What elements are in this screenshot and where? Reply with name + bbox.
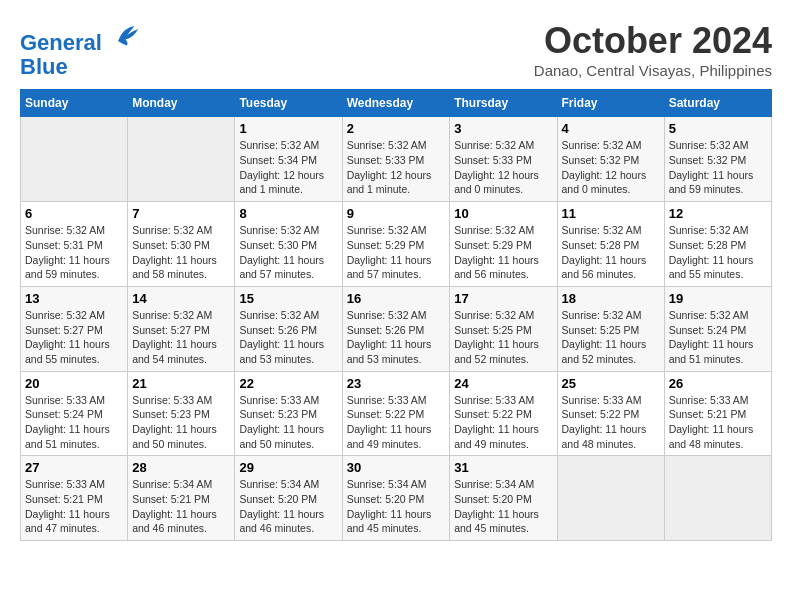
calendar-cell: 28Sunrise: 5:34 AM Sunset: 5:21 PM Dayli…	[128, 456, 235, 541]
day-info: Sunrise: 5:32 AM Sunset: 5:29 PM Dayligh…	[454, 223, 552, 282]
weekday-header: Thursday	[450, 90, 557, 117]
day-number: 23	[347, 376, 446, 391]
day-info: Sunrise: 5:33 AM Sunset: 5:21 PM Dayligh…	[25, 477, 123, 536]
day-info: Sunrise: 5:32 AM Sunset: 5:30 PM Dayligh…	[239, 223, 337, 282]
calendar-cell: 1Sunrise: 5:32 AM Sunset: 5:34 PM Daylig…	[235, 117, 342, 202]
calendar-cell: 11Sunrise: 5:32 AM Sunset: 5:28 PM Dayli…	[557, 202, 664, 287]
day-info: Sunrise: 5:32 AM Sunset: 5:34 PM Dayligh…	[239, 138, 337, 197]
day-info: Sunrise: 5:32 AM Sunset: 5:32 PM Dayligh…	[562, 138, 660, 197]
calendar-cell: 16Sunrise: 5:32 AM Sunset: 5:26 PM Dayli…	[342, 286, 450, 371]
day-info: Sunrise: 5:33 AM Sunset: 5:23 PM Dayligh…	[239, 393, 337, 452]
calendar-cell: 7Sunrise: 5:32 AM Sunset: 5:30 PM Daylig…	[128, 202, 235, 287]
calendar-cell: 21Sunrise: 5:33 AM Sunset: 5:23 PM Dayli…	[128, 371, 235, 456]
weekday-header: Saturday	[664, 90, 771, 117]
day-info: Sunrise: 5:33 AM Sunset: 5:22 PM Dayligh…	[347, 393, 446, 452]
day-info: Sunrise: 5:33 AM Sunset: 5:24 PM Dayligh…	[25, 393, 123, 452]
logo-text: General	[20, 20, 142, 55]
calendar-cell	[664, 456, 771, 541]
day-number: 20	[25, 376, 123, 391]
calendar-cell: 30Sunrise: 5:34 AM Sunset: 5:20 PM Dayli…	[342, 456, 450, 541]
calendar-cell: 18Sunrise: 5:32 AM Sunset: 5:25 PM Dayli…	[557, 286, 664, 371]
day-number: 16	[347, 291, 446, 306]
day-info: Sunrise: 5:34 AM Sunset: 5:21 PM Dayligh…	[132, 477, 230, 536]
calendar-cell: 14Sunrise: 5:32 AM Sunset: 5:27 PM Dayli…	[128, 286, 235, 371]
calendar-cell: 10Sunrise: 5:32 AM Sunset: 5:29 PM Dayli…	[450, 202, 557, 287]
calendar-cell: 2Sunrise: 5:32 AM Sunset: 5:33 PM Daylig…	[342, 117, 450, 202]
calendar-cell: 29Sunrise: 5:34 AM Sunset: 5:20 PM Dayli…	[235, 456, 342, 541]
day-info: Sunrise: 5:32 AM Sunset: 5:33 PM Dayligh…	[347, 138, 446, 197]
calendar-cell: 25Sunrise: 5:33 AM Sunset: 5:22 PM Dayli…	[557, 371, 664, 456]
calendar-cell	[21, 117, 128, 202]
day-info: Sunrise: 5:32 AM Sunset: 5:26 PM Dayligh…	[239, 308, 337, 367]
logo: General Blue	[20, 20, 142, 79]
title-block: October 2024 Danao, Central Visayas, Phi…	[534, 20, 772, 79]
day-info: Sunrise: 5:32 AM Sunset: 5:32 PM Dayligh…	[669, 138, 767, 197]
day-number: 6	[25, 206, 123, 221]
day-info: Sunrise: 5:34 AM Sunset: 5:20 PM Dayligh…	[347, 477, 446, 536]
calendar-cell: 19Sunrise: 5:32 AM Sunset: 5:24 PM Dayli…	[664, 286, 771, 371]
day-info: Sunrise: 5:33 AM Sunset: 5:23 PM Dayligh…	[132, 393, 230, 452]
day-number: 15	[239, 291, 337, 306]
day-number: 10	[454, 206, 552, 221]
day-info: Sunrise: 5:32 AM Sunset: 5:31 PM Dayligh…	[25, 223, 123, 282]
day-number: 1	[239, 121, 337, 136]
calendar-cell: 17Sunrise: 5:32 AM Sunset: 5:25 PM Dayli…	[450, 286, 557, 371]
day-number: 5	[669, 121, 767, 136]
day-info: Sunrise: 5:33 AM Sunset: 5:22 PM Dayligh…	[562, 393, 660, 452]
day-info: Sunrise: 5:33 AM Sunset: 5:21 PM Dayligh…	[669, 393, 767, 452]
day-info: Sunrise: 5:34 AM Sunset: 5:20 PM Dayligh…	[454, 477, 552, 536]
day-number: 9	[347, 206, 446, 221]
calendar-cell: 12Sunrise: 5:32 AM Sunset: 5:28 PM Dayli…	[664, 202, 771, 287]
day-number: 11	[562, 206, 660, 221]
calendar-week-row: 1Sunrise: 5:32 AM Sunset: 5:34 PM Daylig…	[21, 117, 772, 202]
day-number: 21	[132, 376, 230, 391]
day-number: 3	[454, 121, 552, 136]
calendar-cell: 6Sunrise: 5:32 AM Sunset: 5:31 PM Daylig…	[21, 202, 128, 287]
day-info: Sunrise: 5:32 AM Sunset: 5:28 PM Dayligh…	[669, 223, 767, 282]
day-number: 29	[239, 460, 337, 475]
day-number: 2	[347, 121, 446, 136]
day-info: Sunrise: 5:32 AM Sunset: 5:25 PM Dayligh…	[562, 308, 660, 367]
day-number: 22	[239, 376, 337, 391]
day-info: Sunrise: 5:32 AM Sunset: 5:29 PM Dayligh…	[347, 223, 446, 282]
day-info: Sunrise: 5:32 AM Sunset: 5:28 PM Dayligh…	[562, 223, 660, 282]
calendar-week-row: 13Sunrise: 5:32 AM Sunset: 5:27 PM Dayli…	[21, 286, 772, 371]
day-number: 19	[669, 291, 767, 306]
day-number: 8	[239, 206, 337, 221]
day-number: 24	[454, 376, 552, 391]
day-number: 30	[347, 460, 446, 475]
weekday-header: Sunday	[21, 90, 128, 117]
day-number: 27	[25, 460, 123, 475]
logo-blue: Blue	[20, 55, 142, 79]
calendar-cell: 15Sunrise: 5:32 AM Sunset: 5:26 PM Dayli…	[235, 286, 342, 371]
calendar-cell: 24Sunrise: 5:33 AM Sunset: 5:22 PM Dayli…	[450, 371, 557, 456]
month-title: October 2024	[534, 20, 772, 62]
calendar-cell: 13Sunrise: 5:32 AM Sunset: 5:27 PM Dayli…	[21, 286, 128, 371]
calendar-cell: 3Sunrise: 5:32 AM Sunset: 5:33 PM Daylig…	[450, 117, 557, 202]
calendar-cell	[557, 456, 664, 541]
day-info: Sunrise: 5:32 AM Sunset: 5:30 PM Dayligh…	[132, 223, 230, 282]
day-number: 12	[669, 206, 767, 221]
day-number: 31	[454, 460, 552, 475]
weekday-header: Tuesday	[235, 90, 342, 117]
day-number: 13	[25, 291, 123, 306]
calendar-cell: 5Sunrise: 5:32 AM Sunset: 5:32 PM Daylig…	[664, 117, 771, 202]
location-title: Danao, Central Visayas, Philippines	[534, 62, 772, 79]
calendar-cell: 22Sunrise: 5:33 AM Sunset: 5:23 PM Dayli…	[235, 371, 342, 456]
day-number: 7	[132, 206, 230, 221]
day-number: 18	[562, 291, 660, 306]
calendar-cell: 4Sunrise: 5:32 AM Sunset: 5:32 PM Daylig…	[557, 117, 664, 202]
day-number: 28	[132, 460, 230, 475]
weekday-header-row: SundayMondayTuesdayWednesdayThursdayFrid…	[21, 90, 772, 117]
calendar-cell: 27Sunrise: 5:33 AM Sunset: 5:21 PM Dayli…	[21, 456, 128, 541]
day-info: Sunrise: 5:32 AM Sunset: 5:24 PM Dayligh…	[669, 308, 767, 367]
calendar-cell: 20Sunrise: 5:33 AM Sunset: 5:24 PM Dayli…	[21, 371, 128, 456]
weekday-header: Wednesday	[342, 90, 450, 117]
day-info: Sunrise: 5:32 AM Sunset: 5:25 PM Dayligh…	[454, 308, 552, 367]
day-info: Sunrise: 5:32 AM Sunset: 5:27 PM Dayligh…	[132, 308, 230, 367]
calendar-week-row: 6Sunrise: 5:32 AM Sunset: 5:31 PM Daylig…	[21, 202, 772, 287]
day-number: 14	[132, 291, 230, 306]
calendar-cell: 31Sunrise: 5:34 AM Sunset: 5:20 PM Dayli…	[450, 456, 557, 541]
day-info: Sunrise: 5:32 AM Sunset: 5:26 PM Dayligh…	[347, 308, 446, 367]
calendar-week-row: 27Sunrise: 5:33 AM Sunset: 5:21 PM Dayli…	[21, 456, 772, 541]
